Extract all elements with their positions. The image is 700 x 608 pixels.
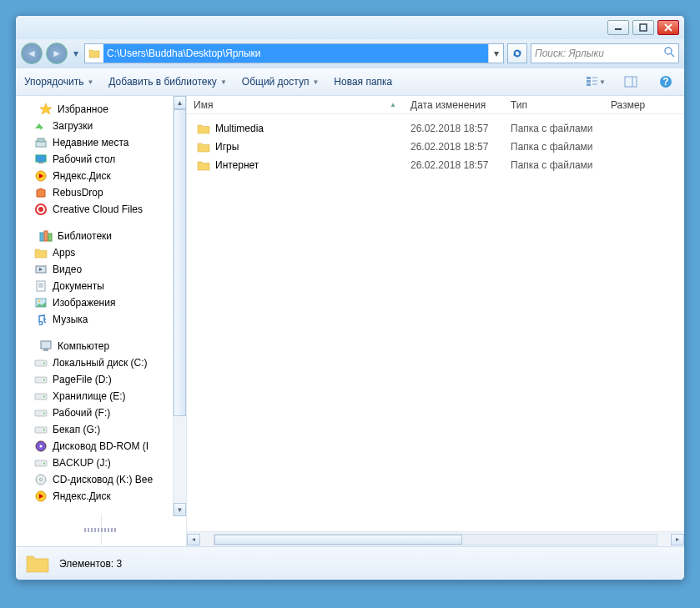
add-to-library-button[interactable]: Добавить в библиотеку▼ (108, 76, 226, 88)
file-row[interactable]: Multimedia26.02.2018 18:57Папка с файлам… (187, 119, 684, 138)
svg-rect-17 (38, 138, 44, 142)
svg-rect-7 (587, 80, 591, 83)
column-name[interactable]: Имя▲ (187, 99, 404, 111)
svg-rect-18 (36, 155, 46, 162)
svg-rect-8 (587, 83, 591, 86)
sidebar-item[interactable]: Локальный диск (C:) (16, 354, 186, 371)
body: ИзбранноеЗагрузкиНедавние местаРабочий с… (16, 96, 684, 546)
address-dropdown[interactable]: ▾ (488, 44, 503, 63)
sidebar-item[interactable]: Рабочий (F:) (16, 404, 186, 421)
titlebar (16, 16, 684, 39)
svg-rect-12 (625, 77, 637, 87)
search-box[interactable]: Поиск: Ярлыки (531, 43, 679, 63)
sidebar-item[interactable]: Apps (16, 244, 186, 261)
sidebar-item[interactable]: Изображения (16, 294, 186, 311)
sidebar-item[interactable]: CD-дисковод (K:) Bee (16, 471, 186, 488)
content-pane: Имя▲ Дата изменения Тип Размер Multimedi… (187, 96, 684, 546)
close-button[interactable] (657, 20, 679, 35)
refresh-button[interactable] (507, 43, 527, 63)
share-button[interactable]: Общий доступ▼ (242, 76, 320, 88)
svg-rect-23 (40, 233, 43, 241)
file-row[interactable]: Интернет26.02.2018 18:57Папка с файлами (187, 156, 684, 174)
toolbar: Упорядочить▼ Добавить в библиотеку▼ Общи… (16, 68, 684, 96)
file-list: Multimedia26.02.2018 18:57Папка с файлам… (187, 114, 684, 531)
minimize-button[interactable] (607, 20, 629, 35)
back-button[interactable]: ◄ (21, 43, 43, 64)
svg-rect-1 (640, 24, 647, 31)
sidebar-item[interactable]: RebusDrop (16, 184, 186, 201)
sidebar-head-libraries[interactable]: Библиотеки (16, 228, 186, 244)
file-row[interactable]: Игры26.02.2018 18:57Папка с файлами (187, 138, 684, 156)
folder-icon (24, 550, 51, 577)
status-bar: Элементов: 3 (16, 546, 684, 580)
svg-rect-28 (37, 281, 45, 291)
svg-point-51 (40, 479, 43, 481)
svg-point-43 (43, 413, 45, 415)
sidebar-item[interactable]: PageFile (D:) (16, 371, 186, 388)
folder-icon (85, 44, 103, 63)
column-type[interactable]: Тип (504, 99, 604, 111)
column-headers: Имя▲ Дата изменения Тип Размер (187, 96, 684, 114)
column-date[interactable]: Дата изменения (404, 99, 504, 111)
sidebar-head-computer[interactable]: Компьютер (16, 338, 186, 354)
svg-line-5 (671, 53, 674, 57)
sidebar: ИзбранноеЗагрузкиНедавние местаРабочий с… (16, 96, 187, 546)
svg-point-37 (43, 363, 45, 364)
address-bar[interactable]: ▾ (84, 43, 504, 63)
sidebar-item[interactable]: Рабочий стол (16, 151, 186, 168)
address-input[interactable] (103, 44, 488, 63)
preview-pane-button[interactable] (621, 72, 641, 92)
svg-text:?: ? (662, 76, 668, 88)
sidebar-item[interactable]: Хранилище (E:) (16, 388, 186, 404)
forward-button[interactable]: ► (46, 43, 68, 64)
sidebar-item[interactable]: Бекап (G:) (16, 421, 186, 438)
sidebar-item[interactable]: Яндекс.Диск (16, 488, 186, 505)
sidebar-item[interactable]: Музыка (16, 311, 186, 328)
svg-point-47 (40, 445, 43, 448)
sidebar-item[interactable]: Дисковод BD-ROM (I (16, 438, 186, 455)
svg-point-4 (665, 48, 672, 54)
svg-rect-34 (41, 341, 51, 349)
organize-button[interactable]: Упорядочить▼ (24, 76, 93, 88)
sidebar-item[interactable]: Яндекс.Диск (16, 168, 186, 184)
explorer-window: ◄ ► ▾ ▾ Поиск: Ярлыки Упорядочить▼ Добав… (15, 15, 685, 580)
horizontal-scrollbar[interactable]: ◂ ▸ (187, 531, 684, 546)
sidebar-head-favorites[interactable]: Избранное (16, 101, 186, 118)
svg-point-49 (43, 463, 45, 465)
column-size[interactable]: Размер (604, 99, 671, 111)
navbar: ◄ ► ▾ ▾ Поиск: Ярлыки (16, 39, 684, 68)
history-dropdown[interactable]: ▾ (71, 44, 81, 63)
svg-rect-19 (38, 162, 43, 163)
sidebar-resizer[interactable] (16, 515, 186, 545)
new-folder-button[interactable]: Новая папка (334, 76, 392, 88)
svg-rect-24 (44, 231, 48, 241)
sidebar-item[interactable]: Документы (16, 278, 186, 294)
help-button[interactable]: ? (656, 72, 676, 92)
sidebar-scrollbar[interactable]: ▲ ▼ (173, 96, 186, 516)
svg-point-22 (38, 207, 43, 212)
sidebar-item[interactable]: Загрузки (16, 118, 186, 134)
svg-point-41 (43, 396, 45, 398)
svg-point-33 (38, 300, 41, 303)
svg-point-45 (43, 430, 45, 431)
search-icon (664, 47, 675, 60)
svg-point-39 (43, 379, 45, 381)
search-placeholder: Поиск: Ярлыки (535, 48, 604, 59)
svg-rect-6 (587, 77, 591, 79)
maximize-button[interactable] (632, 20, 654, 35)
sidebar-item[interactable]: Видео (16, 261, 186, 278)
sidebar-item[interactable]: Недавние места (16, 134, 186, 151)
svg-rect-25 (48, 234, 52, 241)
sidebar-item[interactable]: Creative Cloud Files (16, 201, 186, 218)
svg-rect-35 (43, 349, 48, 351)
sidebar-item[interactable]: BACKUP (J:) (16, 455, 186, 471)
view-button[interactable]: ▼ (586, 72, 606, 92)
status-text: Элементов: 3 (59, 558, 122, 570)
